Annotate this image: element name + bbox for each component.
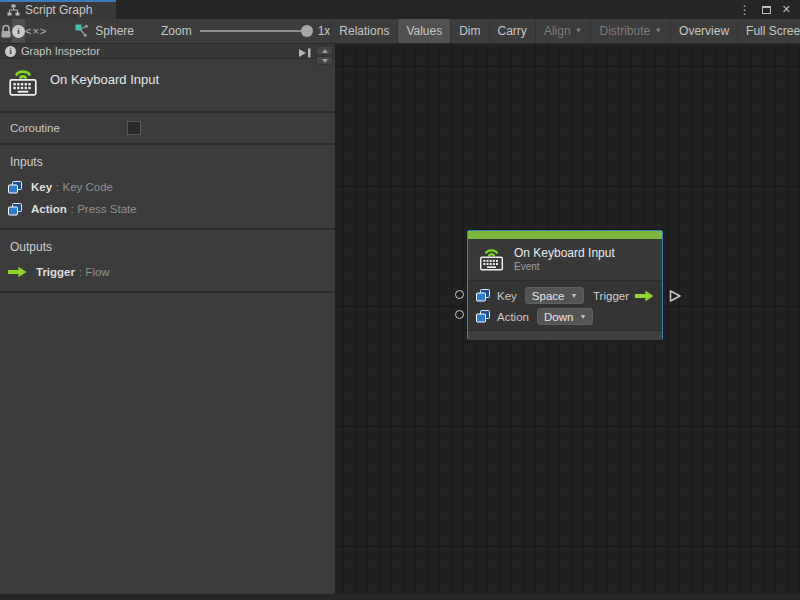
value-port-icon — [8, 181, 22, 194]
button-label: Full Screen — [746, 24, 800, 38]
action-dropdown[interactable]: Down ▼ — [537, 308, 593, 325]
button-label: Overview — [679, 24, 729, 38]
trigger-output: Trigger — [593, 290, 656, 302]
input-row-key: Key : Key Code — [0, 176, 335, 198]
zoom-slider[interactable] — [200, 30, 310, 32]
values-button[interactable]: Values — [397, 19, 450, 43]
dim-button[interactable]: Dim — [450, 19, 488, 43]
keyboard-input-icon — [7, 65, 39, 99]
panel-spinner — [316, 46, 333, 65]
zoom-slider-handle[interactable] — [301, 25, 313, 37]
script-graph-window: Script Graph ⋮ ✕ i <×> — [0, 0, 800, 600]
inspector-title: Graph Inspector — [21, 45, 100, 57]
flow-arrow-icon — [8, 266, 27, 278]
coroutine-label: Coroutine — [10, 122, 127, 134]
port-row-action: Action Down ▼ — [476, 306, 656, 327]
close-icon[interactable]: ✕ — [782, 4, 791, 15]
node-title: On Keyboard Input — [514, 246, 615, 260]
port-label-key: Key — [497, 290, 517, 302]
graph-icon — [7, 4, 20, 16]
input-name: Action — [31, 203, 67, 215]
unit-header: On Keyboard Input — [0, 59, 335, 111]
button-label: Dim — [459, 24, 480, 38]
action-dropdown-value: Down — [544, 311, 573, 323]
window-controls: ⋮ ✕ — [739, 0, 800, 19]
output-row-trigger: Trigger : Flow — [0, 261, 335, 283]
key-dropdown-value: Space — [532, 290, 565, 302]
action-input-port[interactable] — [455, 310, 464, 319]
code-icon: <×> — [25, 25, 47, 37]
chevron-down-icon: ▼ — [575, 27, 583, 35]
key-dropdown[interactable]: Space ▼ — [525, 287, 585, 304]
triangle-down-icon — [322, 59, 328, 63]
graph-owner-icon — [75, 24, 89, 38]
zoom-label: Zoom — [161, 24, 192, 38]
port-row-key: Key Space ▼ Trigger — [476, 285, 656, 306]
maximize-icon[interactable] — [762, 6, 771, 14]
event-accent-bar — [468, 231, 662, 239]
node-body: Key Space ▼ Trigger — [468, 281, 662, 327]
relations-button[interactable]: Relations — [330, 19, 397, 43]
inspector-controls — [297, 46, 333, 65]
button-label: Distribute — [599, 24, 650, 38]
distribute-button[interactable]: Distribute ▼ — [590, 19, 670, 43]
tab-label: Script Graph — [25, 3, 92, 17]
tab-bar: Script Graph ⋮ ✕ — [0, 0, 800, 19]
node-subtitle: Event — [514, 261, 615, 272]
window-menu-icon[interactable]: ⋮ — [739, 4, 751, 16]
section-divider — [0, 291, 335, 293]
trigger-output-port[interactable] — [668, 289, 682, 303]
tab-active-indicator — [0, 0, 116, 2]
button-label: Values — [406, 24, 442, 38]
input-type: : Key Code — [56, 181, 113, 193]
inspector-toggle-button[interactable]: i — [12, 19, 25, 43]
value-port-icon — [476, 310, 490, 323]
chevron-down-icon: ▼ — [579, 313, 586, 320]
output-type: : Flow — [79, 266, 110, 278]
align-button[interactable]: Align ▼ — [535, 19, 591, 43]
coroutine-row: Coroutine — [0, 113, 335, 143]
breadcrumb-label: Sphere — [95, 24, 134, 38]
tab-script-graph[interactable]: Script Graph — [0, 0, 116, 19]
dock-icon — [298, 47, 312, 59]
preview-code-button[interactable]: <×> — [25, 19, 47, 43]
value-port-icon — [8, 203, 22, 216]
unit-title: On Keyboard Input — [50, 72, 159, 87]
coroutine-checkbox[interactable] — [127, 121, 141, 135]
key-input-port[interactable] — [455, 290, 464, 299]
flow-arrow-icon — [635, 290, 654, 302]
full-screen-button[interactable]: Full Screen — [737, 19, 800, 43]
button-label: Align — [544, 24, 571, 38]
node-titles: On Keyboard Input Event — [514, 246, 615, 272]
input-row-action: Action : Press State — [0, 198, 335, 220]
node-header: On Keyboard Input Event — [468, 239, 662, 281]
inputs-section: Inputs Key : Key Code Action : Press Sta… — [0, 145, 335, 228]
toolbar-buttons: Relations Values Dim Carry Align ▼ Distr… — [330, 19, 800, 43]
spinner-down-button[interactable] — [316, 56, 333, 65]
port-label-action: Action — [497, 311, 529, 323]
chevron-down-icon: ▼ — [654, 27, 662, 35]
graph-breadcrumb[interactable]: Sphere — [75, 19, 134, 43]
spinner-up-button[interactable] — [316, 46, 333, 55]
node-on-keyboard-input[interactable]: On Keyboard Input Event Key Space ▼ — [467, 230, 663, 340]
button-label: Relations — [339, 24, 389, 38]
lock-button[interactable] — [0, 19, 12, 43]
info-icon: i — [5, 46, 16, 57]
zoom-control: Zoom 1x — [161, 19, 330, 43]
overview-button[interactable]: Overview — [670, 19, 737, 43]
inputs-header: Inputs — [10, 155, 335, 169]
carry-button[interactable]: Carry — [489, 19, 535, 43]
info-icon: i — [12, 25, 25, 38]
input-name: Key — [31, 181, 52, 193]
graph-toolbar: i <×> Sphere Zoom 1x Relations — [0, 19, 800, 44]
inspector-header: i Graph Inspector — [0, 44, 335, 59]
value-port-icon — [476, 289, 490, 302]
input-type: : Press State — [71, 203, 137, 215]
dock-panel-button[interactable] — [297, 46, 313, 60]
keyboard-input-icon — [478, 245, 505, 273]
outputs-section: Outputs Trigger : Flow — [0, 230, 335, 291]
graph-canvas[interactable]: On Keyboard Input Event Key Space ▼ — [335, 44, 800, 600]
zoom-value: 1x — [318, 24, 331, 38]
lock-icon — [0, 24, 12, 39]
outputs-header: Outputs — [10, 240, 335, 254]
